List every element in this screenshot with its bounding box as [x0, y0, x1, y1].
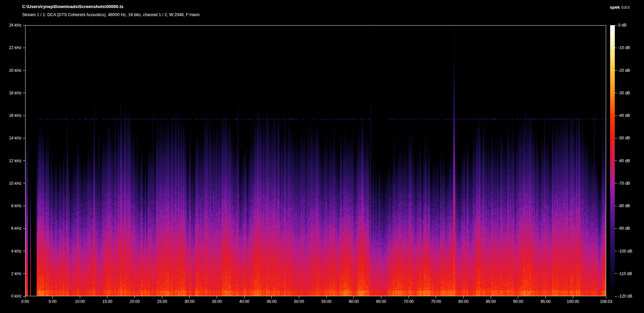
time-tick-label: 80:00: [452, 299, 475, 304]
time-tick-label: 25:00: [150, 299, 174, 304]
db-tick: [615, 70, 617, 71]
stream-info-subtitle: Stream 1 / 1: DCA (DTS Coherent Acoustic…: [22, 12, 200, 17]
freq-tick-label: 6 kHz: [1, 226, 21, 231]
time-tick-label: 100:00: [561, 299, 585, 304]
time-tick: [606, 296, 606, 299]
freq-tick-label: 18 kHz: [1, 91, 21, 95]
time-tick-label: 55:00: [315, 299, 338, 304]
time-tick: [354, 296, 354, 299]
spectrogram-plot-frame: [25, 25, 606, 296]
freq-tick: [23, 70, 25, 71]
freq-tick-label: 10 kHz: [1, 181, 21, 186]
db-tick: [615, 228, 617, 229]
freq-tick-label: 2 kHz: [1, 271, 21, 276]
freq-tick-label: 12 kHz: [1, 159, 21, 163]
time-tick-label: 45:00: [260, 299, 283, 304]
time-tick: [463, 296, 464, 299]
freq-tick: [23, 251, 25, 251]
freq-tick: [23, 116, 25, 116]
db-tick-label: 0 dB: [618, 23, 627, 28]
freq-tick: [23, 138, 25, 138]
time-tick-label: 90:00: [506, 299, 530, 304]
db-tick-label: -80 dB: [618, 204, 630, 208]
db-tick-label: -120 dB: [618, 294, 632, 299]
db-tick: [615, 25, 617, 26]
freq-tick-label: 0 kHz: [1, 294, 21, 299]
db-tick-label: -30 dB: [618, 91, 630, 95]
time-tick-label: 35:00: [205, 299, 229, 304]
time-tick: [518, 296, 518, 299]
time-tick-label: 75:00: [424, 299, 448, 304]
db-tick-label: -40 dB: [618, 113, 630, 118]
time-tick-label: 60:00: [342, 299, 366, 304]
db-tick: [615, 93, 617, 93]
time-tick: [573, 296, 573, 299]
time-tick: [409, 296, 409, 299]
freq-tick: [23, 161, 25, 161]
freq-tick: [23, 228, 25, 229]
time-tick-label: 20:00: [123, 299, 147, 304]
time-tick-label: 30:00: [178, 299, 201, 304]
time-tick-label: 106:03: [594, 299, 618, 304]
db-tick: [615, 251, 617, 251]
db-tick: [615, 183, 617, 183]
time-tick-label: 95:00: [534, 299, 557, 304]
db-tick-label: -10 dB: [618, 45, 630, 50]
time-tick-label: 10:00: [68, 299, 92, 304]
freq-tick-label: 20 kHz: [1, 68, 21, 73]
spek-window: { "window": { "app": "spek", "version": …: [0, 0, 644, 313]
time-tick: [244, 296, 245, 299]
file-path-title: C:\Users\rynep\Downloads\Screenshots\000…: [22, 4, 123, 9]
freq-tick: [23, 273, 25, 274]
freq-tick: [23, 48, 25, 48]
time-tick-label: 65:00: [370, 299, 393, 304]
db-tick: [615, 138, 617, 138]
freq-tick: [23, 183, 25, 183]
freq-tick: [23, 25, 25, 26]
db-tick-label: -100 dB: [618, 249, 632, 254]
time-tick: [189, 296, 190, 299]
time-tick: [80, 296, 80, 299]
time-tick: [491, 296, 491, 299]
time-tick: [107, 296, 107, 299]
time-tick: [25, 296, 25, 299]
time-tick: [381, 296, 381, 299]
app-badge: spek 0.8.5: [610, 5, 630, 10]
db-tick-label: -90 dB: [618, 226, 630, 231]
app-version: 0.8.5: [622, 5, 630, 9]
freq-tick: [23, 93, 25, 93]
db-tick: [615, 273, 617, 274]
time-tick-label: 0:00: [13, 299, 37, 304]
db-tick: [615, 161, 617, 161]
freq-tick-label: 24 kHz: [1, 23, 21, 28]
db-tick-label: -20 dB: [618, 68, 630, 73]
db-tick-label: -60 dB: [618, 159, 630, 163]
time-tick: [326, 296, 327, 299]
time-tick: [217, 296, 217, 299]
spectrogram-canvas: [25, 26, 606, 296]
time-tick-label: 85:00: [479, 299, 502, 304]
time-tick-label: 15:00: [96, 299, 119, 304]
time-tick: [299, 296, 299, 299]
time-tick: [271, 296, 272, 299]
freq-tick-label: 4 kHz: [1, 249, 21, 254]
time-tick-label: 40:00: [232, 299, 256, 304]
freq-tick-label: 22 kHz: [1, 45, 21, 50]
freq-tick-label: 16 kHz: [1, 113, 21, 118]
time-tick-label: 70:00: [397, 299, 420, 304]
db-tick: [615, 116, 617, 116]
time-tick: [52, 296, 53, 299]
db-tick: [615, 296, 617, 297]
time-tick: [135, 296, 135, 299]
time-tick-label: 5:00: [41, 299, 64, 304]
freq-tick-label: 14 kHz: [1, 136, 21, 140]
freq-tick-label: 8 kHz: [1, 204, 21, 208]
time-tick: [436, 296, 436, 299]
db-tick-label: -50 dB: [618, 136, 630, 140]
db-tick-label: -110 dB: [618, 271, 632, 276]
time-tick: [162, 296, 162, 299]
time-tick-label: 50:00: [287, 299, 311, 304]
app-name: spek: [610, 5, 620, 10]
freq-tick: [23, 206, 25, 206]
time-tick: [545, 296, 546, 299]
